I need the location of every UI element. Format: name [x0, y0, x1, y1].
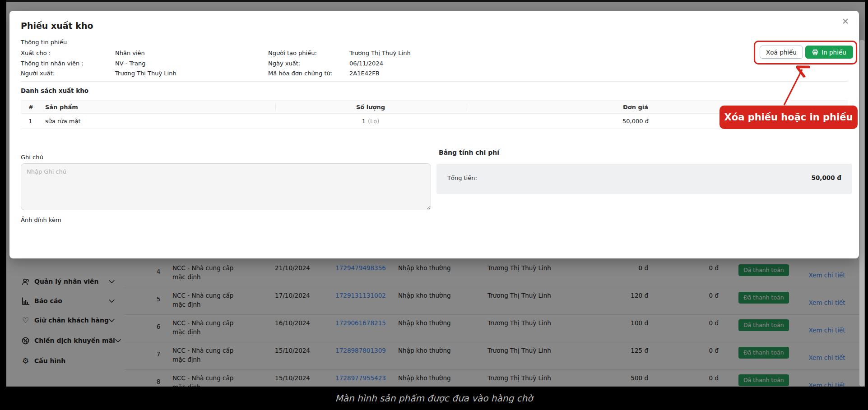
close-icon[interactable]: ✕ [842, 17, 849, 26]
frame-right [865, 0, 868, 410]
info-row: Ngày xuất: 06/11/2024 [268, 59, 521, 68]
info-section-label: Thông tin phiếu [21, 39, 67, 46]
printer-icon [812, 49, 818, 55]
column-separator [466, 103, 466, 111]
frame-left [0, 0, 6, 410]
unit-label: (Lọ) [368, 118, 379, 124]
scrollbar[interactable] [859, 40, 864, 387]
info-row: Mã hóa đơn chứng từ: 2A1E42FB [268, 69, 521, 78]
screen: Quản lý nhân viên Báo cáo ♡ Giữ chân khá… [0, 0, 868, 410]
export-list-title: Danh sách xuất kho [21, 87, 88, 94]
caption-text: Màn hình sản phẩm được đưa vào hàng chờ [335, 393, 533, 404]
info-row: Xuất cho : Nhân viên [21, 49, 274, 58]
info-row: Người tạo phiếu: Trương Thị Thuỳ Linh [268, 49, 521, 58]
total-value: 50,000 đ [812, 174, 841, 181]
total-label: Tổng tiền: [447, 175, 477, 181]
divider [21, 81, 848, 82]
print-slip-button[interactable]: In phiếu [805, 46, 853, 59]
caption-bar: Màn hình sản phẩm được đưa vào hàng chờ [0, 387, 868, 410]
info-row: Người xuất: Trương Thị Thuỳ Linh [21, 69, 274, 78]
note-label: Ghi chú [21, 154, 43, 161]
export-slip-modal: ✕ Phiếu xuất kho Thông tin phiếu Xuất ch… [9, 11, 859, 258]
annotation-label: Xóa phiếu hoặc in phiếu [719, 106, 858, 129]
delete-slip-button[interactable]: Xoá phiếu [760, 46, 803, 59]
info-row: Thông tin nhân viên : NV - Trang [21, 59, 274, 68]
frame-top [0, 0, 868, 2]
attachment-label: Ảnh đính kèm [21, 217, 61, 223]
note-input[interactable] [21, 163, 431, 210]
cost-panel: Tổng tiền: 50,000 đ [436, 164, 852, 194]
column-separator [275, 103, 276, 111]
cost-table-title: Bảng tính chi phí [439, 149, 499, 156]
modal-title: Phiếu xuất kho [21, 21, 93, 31]
